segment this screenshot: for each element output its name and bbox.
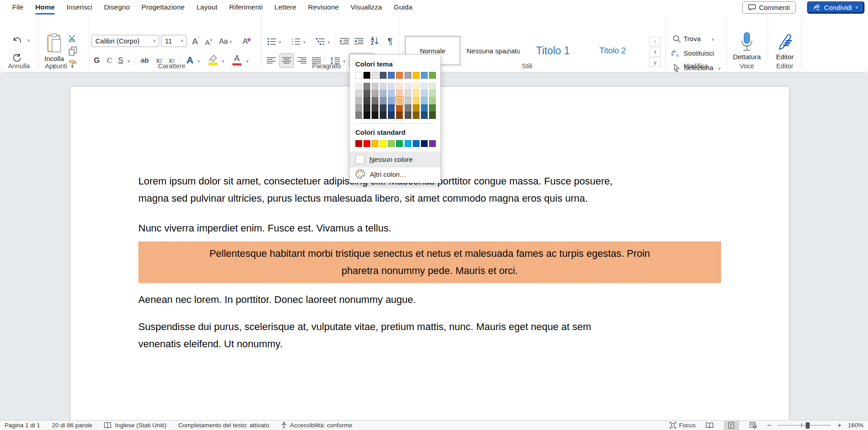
- color-swatch[interactable]: [380, 72, 387, 79]
- color-swatch[interactable]: [380, 140, 387, 147]
- color-swatch[interactable]: [355, 97, 362, 104]
- comments-button[interactable]: Commenti: [742, 1, 796, 14]
- menu-item-file[interactable]: File: [6, 0, 29, 15]
- grow-font-button[interactable]: Aˆ: [190, 36, 202, 47]
- print-layout-view-button[interactable]: [724, 421, 739, 430]
- find-label[interactable]: Trova: [684, 35, 701, 43]
- color-swatch[interactable]: [355, 90, 362, 97]
- color-swatch[interactable]: [363, 97, 370, 104]
- color-swatch[interactable]: [421, 97, 428, 104]
- show-formatting-button[interactable]: ¶: [384, 35, 396, 47]
- color-swatch[interactable]: [413, 112, 420, 119]
- color-swatch[interactable]: [396, 104, 403, 112]
- menu-item-inserisci[interactable]: Inserisci: [61, 0, 98, 15]
- chevron-down-icon[interactable]: ∨: [180, 39, 184, 43]
- color-swatch[interactable]: [405, 83, 411, 90]
- bold-button[interactable]: G: [91, 55, 102, 66]
- color-swatch[interactable]: [405, 90, 411, 97]
- style-card-nessuna-spaziatura[interactable]: Nessuna spaziatura: [466, 38, 521, 64]
- color-swatch[interactable]: [355, 104, 362, 112]
- color-swatch[interactable]: [388, 112, 395, 119]
- color-swatch[interactable]: [372, 140, 378, 147]
- menu-item-home[interactable]: Home: [29, 0, 61, 15]
- color-swatch[interactable]: [363, 112, 370, 119]
- color-swatch[interactable]: [421, 140, 428, 147]
- color-swatch[interactable]: [396, 72, 403, 79]
- color-swatch[interactable]: [363, 83, 370, 90]
- select-chevron-icon[interactable]: ∨: [718, 66, 721, 71]
- color-swatch[interactable]: [380, 97, 387, 104]
- underline-button[interactable]: S: [116, 55, 126, 66]
- color-swatch[interactable]: [355, 83, 362, 90]
- styles-gallery-more-button[interactable]: —∨: [649, 57, 661, 67]
- cut-icon[interactable]: [67, 33, 79, 44]
- color-swatch[interactable]: [388, 140, 395, 147]
- numbered-list-button[interactable]: 123: [290, 36, 302, 47]
- highlight-chevron-icon[interactable]: ∨: [222, 59, 225, 63]
- paste-button[interactable]: [44, 32, 64, 55]
- word-count[interactable]: 20 di 86 parole: [52, 422, 92, 429]
- color-swatch[interactable]: [429, 90, 436, 97]
- color-swatch[interactable]: [372, 83, 378, 90]
- zoom-out-button[interactable]: −: [767, 421, 771, 430]
- color-swatch[interactable]: [429, 140, 436, 147]
- color-swatch[interactable]: [363, 72, 370, 79]
- align-center-button[interactable]: [279, 53, 294, 68]
- color-swatch[interactable]: [405, 112, 411, 119]
- color-swatch[interactable]: [363, 104, 370, 112]
- color-swatch[interactable]: [421, 90, 428, 97]
- color-swatch[interactable]: [421, 112, 428, 119]
- color-swatch[interactable]: [380, 90, 387, 97]
- chevron-down-icon[interactable]: ∨: [855, 5, 858, 9]
- bullet-list-button[interactable]: [266, 36, 278, 47]
- dictate-label[interactable]: Dettatura: [733, 53, 761, 61]
- menu-item-progettazione[interactable]: Progettazione: [136, 0, 191, 15]
- color-swatch[interactable]: [388, 97, 395, 104]
- color-swatch[interactable]: [388, 104, 395, 112]
- accessibility-status[interactable]: Accessibilità: conforme: [281, 422, 352, 429]
- color-swatch[interactable]: [388, 72, 395, 79]
- color-swatch[interactable]: [355, 140, 362, 147]
- color-swatch[interactable]: [429, 104, 436, 112]
- style-card-titolo-1[interactable]: Titolo 1: [525, 38, 580, 64]
- editor-button[interactable]: [776, 31, 794, 52]
- multilevel-list-button[interactable]: [315, 36, 326, 47]
- dictate-button[interactable]: [739, 31, 755, 52]
- color-swatch[interactable]: [396, 112, 403, 119]
- find-chevron-icon[interactable]: ∨: [712, 38, 715, 42]
- replace-icon[interactable]: bc: [670, 48, 682, 58]
- color-swatch[interactable]: [429, 83, 436, 90]
- share-button[interactable]: Condividi ∨: [807, 1, 864, 14]
- font-color-button[interactable]: A: [231, 53, 243, 66]
- color-swatch[interactable]: [429, 72, 436, 79]
- focus-mode-button[interactable]: Focus: [670, 422, 696, 429]
- color-swatch[interactable]: [396, 97, 403, 104]
- no-color-menu-item[interactable]: Nessun colore: [350, 151, 440, 167]
- menu-item-disegno[interactable]: Disegno: [98, 0, 136, 15]
- color-swatch[interactable]: [396, 83, 403, 90]
- multilevel-list-chevron-icon[interactable]: ∨: [327, 40, 330, 44]
- styles-gallery-down-button[interactable]: ∨: [649, 47, 661, 57]
- line-spacing-chevron-icon[interactable]: ∨: [343, 59, 346, 63]
- paste-label[interactable]: Incolla: [44, 55, 64, 62]
- format-painter-icon[interactable]: [67, 58, 79, 69]
- color-swatch[interactable]: [363, 90, 370, 97]
- bullet-list-chevron-icon[interactable]: ∨: [278, 40, 282, 44]
- increase-indent-button[interactable]: [353, 36, 365, 47]
- web-layout-view-button[interactable]: [745, 421, 761, 430]
- change-case-button[interactable]: Aa∨: [218, 36, 233, 47]
- style-card-titolo-2[interactable]: Titolo 2: [585, 38, 640, 64]
- editor-label[interactable]: Editor: [776, 53, 793, 61]
- more-colors-menu-item[interactable]: Altri colori…: [350, 167, 440, 183]
- select-icon[interactable]: [672, 63, 682, 73]
- zoom-level[interactable]: 160%: [848, 422, 863, 429]
- menu-item-visualizza[interactable]: Visualizza: [344, 0, 388, 15]
- undo-button[interactable]: [10, 34, 24, 47]
- color-swatch[interactable]: [388, 90, 395, 97]
- menu-item-guida[interactable]: Guida: [388, 0, 418, 15]
- decrease-indent-button[interactable]: [338, 36, 351, 47]
- language-status[interactable]: Inglese (Stati Uniti): [104, 422, 166, 429]
- zoom-in-button[interactable]: +: [837, 421, 841, 430]
- text-completion-status[interactable]: Completamento del testo: attivato: [178, 422, 269, 429]
- shrink-font-button[interactable]: A∨: [203, 37, 214, 47]
